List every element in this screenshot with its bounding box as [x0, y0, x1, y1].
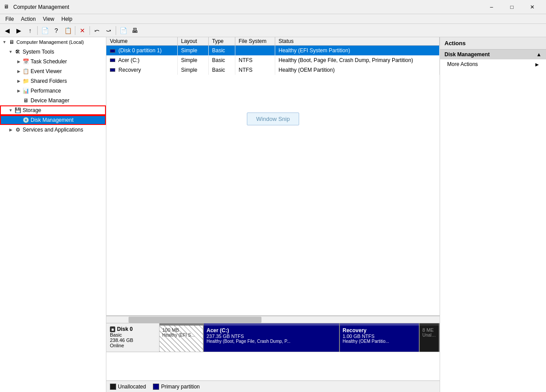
- toolbar-separator-1: [37, 26, 38, 35]
- table-row[interactable]: Acer (C:) Simple Basic NTFS Healthy (Boo…: [106, 55, 440, 65]
- disk-legend: Unallocated Primary partition: [106, 380, 440, 392]
- window-title: Computer Management: [13, 4, 481, 10]
- redo-button[interactable]: ⤻: [103, 25, 114, 36]
- col-status[interactable]: Status: [275, 37, 440, 46]
- actions-section-disk-management: Disk Management ▲ More Actions ▶: [440, 50, 546, 69]
- properties-button[interactable]: 📋: [62, 25, 73, 36]
- up-button[interactable]: ↑: [25, 25, 35, 36]
- acer-top-bar: [204, 323, 339, 326]
- new-button[interactable]: 📄: [118, 25, 129, 36]
- export-button[interactable]: 🖶: [129, 25, 140, 36]
- volume-icon: [110, 68, 115, 72]
- performance-icon: 📊: [22, 87, 29, 94]
- horizontal-scrollbar[interactable]: [106, 316, 440, 323]
- disk-partitions-0: 100 MB Healthy (EFI S... Acer (C:) 237.3…: [160, 323, 440, 352]
- sidebar-root[interactable]: ▼ 🖥 Computer Management (Local): [0, 37, 106, 47]
- help-button[interactable]: ?: [51, 25, 62, 36]
- scrollbar-thumb[interactable]: [129, 317, 261, 323]
- cell-layout: Simple: [177, 55, 208, 65]
- cell-layout: Simple: [177, 46, 208, 55]
- task-scheduler-icon: 📅: [22, 58, 29, 65]
- table-row[interactable]: (Disk 0 partition 1) Simple Basic Health…: [106, 46, 440, 55]
- efi-top-bar: [160, 323, 203, 326]
- disk-table-area[interactable]: Volume Layout Type File System Status (D…: [106, 37, 440, 316]
- sidebar-item-device-manager[interactable]: 🖥 Device Manager: [0, 96, 106, 105]
- partition-unallocated[interactable]: 8 ME Unall...: [420, 323, 440, 352]
- partition-acer[interactable]: Acer (C:) 237.35 GB NTFS Healthy (Boot, …: [204, 323, 340, 352]
- disk-map: ■ Disk 0 Basic 238.46 GB Online 100 MB H…: [106, 323, 440, 380]
- acer-status: Healthy (Boot, Page File, Crash Dump, P.…: [207, 339, 336, 344]
- sidebar-label-system-tools: System Tools: [23, 49, 54, 55]
- sidebar-label-device-manager: Device Manager: [31, 97, 69, 104]
- expand-icon-root: ▼: [1, 39, 8, 46]
- disk-name: Disk 0: [117, 326, 133, 332]
- acer-name: Acer (C:): [207, 327, 336, 334]
- snip-container: Window Snip: [106, 75, 440, 163]
- primary-label: Primary partition: [161, 384, 199, 390]
- sidebar-label-storage: Storage: [23, 107, 41, 113]
- partition-recovery[interactable]: Recovery 1.00 GB NTFS Healthy (OEM Parti…: [340, 323, 420, 352]
- back-button[interactable]: ◀: [2, 25, 12, 36]
- table-row[interactable]: Recovery Simple Basic NTFS Healthy (OEM …: [106, 65, 440, 75]
- more-actions-arrow-icon: ▶: [535, 62, 539, 67]
- menu-file[interactable]: File: [2, 15, 17, 23]
- sidebar-root-label: Computer Management (Local): [16, 39, 84, 45]
- cell-fs: [235, 46, 275, 55]
- sidebar-item-storage[interactable]: ▼ 💾 Storage: [0, 105, 106, 115]
- unalloc-top-bar: [420, 323, 439, 326]
- toolbar: ◀ ▶ ↑ 📄 ? 📋 ✕ ⤺ ⤻ 📄 🖶: [0, 24, 546, 37]
- actions-section-header-disk[interactable]: Disk Management ▲: [440, 50, 546, 59]
- partition-efi[interactable]: 100 MB Healthy (EFI S...: [160, 323, 204, 352]
- expand-icon-performance: ▶: [15, 87, 22, 94]
- recovery-top-bar: [340, 323, 419, 326]
- menu-action[interactable]: Action: [17, 15, 39, 23]
- cell-fs: NTFS: [235, 55, 275, 65]
- sidebar: ▼ 🖥 Computer Management (Local) ▼ 🛠 Syst…: [0, 37, 106, 392]
- unalloc-label: Unallocated: [118, 384, 146, 390]
- menu-help[interactable]: Help: [58, 15, 76, 23]
- expand-icon-disk-management: [15, 116, 22, 124]
- delete-button[interactable]: ✕: [77, 25, 88, 36]
- action-more-actions[interactable]: More Actions ▶: [440, 59, 546, 69]
- forward-button[interactable]: ▶: [13, 25, 24, 36]
- sidebar-label-task-scheduler: Task Scheduler: [31, 58, 67, 65]
- cell-type: Basic: [208, 55, 235, 65]
- sidebar-item-system-tools[interactable]: ▼ 🛠 System Tools: [0, 47, 106, 57]
- disk-row-0: ■ Disk 0 Basic 238.46 GB Online 100 MB H…: [106, 323, 440, 352]
- title-bar: 🖥 Computer Management – □ ✕: [0, 0, 546, 14]
- maximize-button[interactable]: □: [502, 0, 522, 14]
- expand-icon-storage: ▼: [7, 107, 14, 114]
- sidebar-label-disk-management: Disk Management: [31, 117, 74, 123]
- expand-icon-shared-folders: ▶: [15, 78, 22, 85]
- actions-header: Actions: [440, 37, 546, 50]
- menu-view[interactable]: View: [39, 15, 58, 23]
- show-hide-button[interactable]: 📄: [39, 25, 50, 36]
- col-volume[interactable]: Volume: [106, 37, 177, 46]
- sidebar-label-performance: Performance: [31, 88, 61, 94]
- sidebar-item-shared-folders[interactable]: ▶ 📁 Shared Folders: [0, 76, 106, 86]
- disk-label-0: ■ Disk 0 Basic 238.46 GB Online: [106, 323, 160, 352]
- sidebar-item-services-apps[interactable]: ▶ ⚙ Services and Applications: [0, 125, 106, 135]
- disk-map-empty: [106, 352, 440, 380]
- cell-type: Basic: [208, 65, 235, 75]
- recovery-status: Healthy (OEM Partitio...: [343, 339, 416, 344]
- disk-management-icon: 💿: [22, 116, 29, 124]
- cell-status: Healthy (EFI System Partition): [275, 46, 440, 55]
- sidebar-item-event-viewer[interactable]: ▶ 📋 Event Viewer: [0, 66, 106, 76]
- col-filesystem[interactable]: File System: [235, 37, 275, 46]
- col-layout[interactable]: Layout: [177, 37, 208, 46]
- sidebar-item-performance[interactable]: ▶ 📊 Performance: [0, 86, 106, 96]
- sidebar-item-task-scheduler[interactable]: ▶ 📅 Task Scheduler: [0, 57, 106, 66]
- efi-size: 100 MB: [162, 327, 200, 333]
- close-button[interactable]: ✕: [522, 0, 542, 14]
- sidebar-label-event-viewer: Event Viewer: [31, 68, 62, 74]
- minimize-button[interactable]: –: [481, 0, 502, 14]
- disk-type: Basic: [110, 332, 156, 338]
- col-type[interactable]: Type: [208, 37, 235, 46]
- toolbar-separator-2: [75, 26, 75, 35]
- sidebar-item-disk-management[interactable]: 💿 Disk Management: [0, 115, 106, 125]
- app-icon: 🖥: [4, 4, 11, 11]
- undo-button[interactable]: ⤺: [92, 25, 102, 36]
- cell-volume: Acer (C:): [106, 55, 177, 65]
- cell-status: Healthy (OEM Partition): [275, 65, 440, 75]
